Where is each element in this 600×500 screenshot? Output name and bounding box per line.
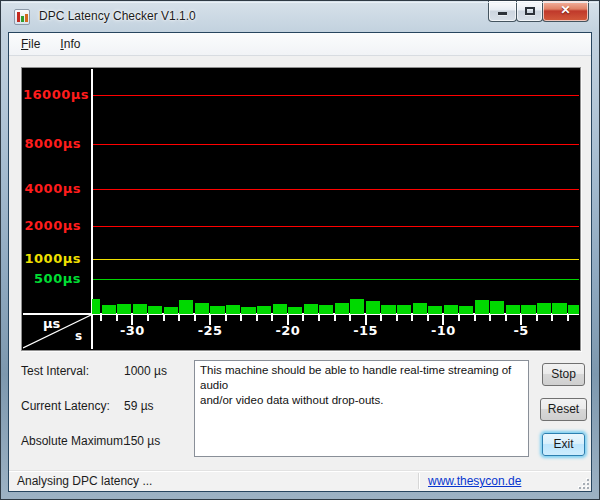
- thesycon-link[interactable]: www.thesycon.de: [428, 474, 521, 488]
- maximize-icon: [525, 7, 535, 15]
- threshold-label-1000: 1000µs: [23, 251, 81, 266]
- maximize-button[interactable]: [516, 1, 543, 22]
- stat-label-2: Absolute Maximum:: [21, 434, 126, 448]
- latency-bar: [350, 299, 364, 314]
- x-minor-tick: [489, 315, 491, 321]
- latency-bar: [568, 305, 579, 314]
- stat-label-1: Current Latency:: [21, 399, 110, 413]
- threshold-line-500: [92, 279, 579, 280]
- minimize-icon: [498, 12, 507, 15]
- close-icon: ✕: [543, 3, 588, 17]
- client-area: FileInfo 16000µs8000µs4000µs2000µs1000µs…: [8, 32, 592, 492]
- x-tick-label: -10: [423, 323, 463, 338]
- threshold-label-2000: 2000µs: [23, 218, 81, 233]
- window-title: DPC Latency Checker V1.1.0: [39, 1, 196, 32]
- stat-value-1: 59 µs: [124, 399, 154, 413]
- latency-bar: [304, 304, 318, 314]
- latency-bar: [226, 305, 240, 314]
- threshold-label-8000: 8000µs: [23, 136, 81, 151]
- x-minor-tick: [411, 315, 413, 321]
- latency-bar: [195, 303, 209, 314]
- x-minor-tick: [474, 315, 476, 321]
- status-bar: Analysing DPC latency ... www.thesycon.d…: [9, 470, 591, 491]
- latency-bar: [475, 300, 489, 314]
- close-button[interactable]: ✕: [542, 1, 589, 22]
- x-tick-label: -5: [501, 323, 541, 338]
- latency-bar: [490, 301, 504, 314]
- stat-label-0: Test Interval:: [21, 364, 89, 378]
- latency-bar: [444, 305, 458, 314]
- x-minor-tick: [100, 315, 102, 321]
- latency-bar: [92, 299, 100, 314]
- threshold-label-500: 500µs: [23, 271, 81, 286]
- latency-bar: [102, 305, 116, 314]
- resize-grip[interactable]: [577, 477, 589, 489]
- x-minor-tick: [225, 315, 227, 321]
- x-minor-tick: [567, 315, 569, 321]
- x-minor-tick: [551, 315, 553, 321]
- latency-bar: [413, 303, 427, 314]
- latency-bar: [397, 305, 411, 314]
- latency-bar: [257, 306, 271, 314]
- x-minor-tick: [505, 315, 507, 321]
- latency-bar: [117, 304, 131, 314]
- latency-bar: [366, 301, 380, 314]
- latency-bar: [381, 305, 395, 314]
- x-unit-label: s: [75, 329, 82, 343]
- latency-bar: [459, 306, 473, 314]
- latency-plot: 16000µs8000µs4000µs2000µs1000µs500µs-30-…: [23, 69, 579, 349]
- latency-chart: 16000µs8000µs4000µs2000µs1000µs500µs-30-…: [21, 67, 581, 351]
- reset-button[interactable]: Reset: [540, 398, 587, 421]
- menu-item-file[interactable]: File: [13, 33, 48, 55]
- menu-item-info[interactable]: Info: [52, 33, 88, 55]
- x-minor-tick: [240, 315, 242, 321]
- info-text-line: This machine should be able to handle re…: [200, 363, 523, 393]
- x-minor-tick: [302, 315, 304, 321]
- latency-bar: [179, 300, 193, 314]
- stop-button[interactable]: Stop: [542, 363, 585, 386]
- x-minor-tick: [178, 315, 180, 321]
- app-icon-bar-orange: [25, 14, 28, 22]
- x-minor-tick: [396, 315, 398, 321]
- title-bar[interactable]: DPC Latency Checker V1.1.0 ✕: [1, 1, 599, 32]
- window-frame: DPC Latency Checker V1.1.0 ✕ FileInfo 16…: [0, 0, 600, 500]
- x-minor-tick: [318, 315, 320, 321]
- latency-bar: [210, 306, 224, 314]
- stat-value-2: 150 µs: [124, 434, 160, 448]
- x-minor-tick: [380, 315, 382, 321]
- threshold-line-16000: [92, 95, 579, 96]
- latency-bar: [288, 307, 302, 314]
- exit-button[interactable]: Exit: [542, 433, 585, 456]
- y-unit-label: µs: [43, 316, 60, 331]
- x-minor-tick: [147, 315, 149, 321]
- x-minor-tick: [427, 315, 429, 321]
- info-text-line: and/or video data without drop-outs.: [200, 393, 523, 408]
- x-minor-tick: [116, 315, 118, 321]
- app-icon-bar-green: [21, 16, 24, 22]
- latency-bar: [319, 305, 333, 314]
- latency-bar: [241, 307, 255, 314]
- app-icon: [14, 9, 30, 25]
- menu-bar: FileInfo: [9, 33, 591, 56]
- latency-bar: [148, 306, 162, 314]
- latency-bar: [506, 305, 520, 314]
- status-text: Analysing DPC latency ...: [17, 474, 152, 488]
- x-tick-label: -20: [268, 323, 308, 338]
- minimize-button[interactable]: [488, 1, 517, 22]
- x-minor-tick: [194, 315, 196, 321]
- threshold-label-16000: 16000µs: [23, 87, 81, 102]
- latency-bar: [335, 303, 349, 314]
- latency-bar: [537, 303, 551, 314]
- threshold-line-4000: [92, 189, 579, 190]
- x-tick-label: -30: [112, 323, 152, 338]
- x-minor-tick: [256, 315, 258, 321]
- status-separator: [418, 473, 419, 489]
- x-minor-tick: [536, 315, 538, 321]
- analysis-info-box[interactable]: This machine should be able to handle re…: [194, 360, 529, 457]
- app-icon-bar-red: [17, 12, 20, 22]
- x-minor-tick: [334, 315, 336, 321]
- latency-bar: [133, 304, 147, 314]
- latency-bar: [164, 307, 178, 314]
- latency-bar: [428, 306, 442, 314]
- x-tick-label: -25: [190, 323, 230, 338]
